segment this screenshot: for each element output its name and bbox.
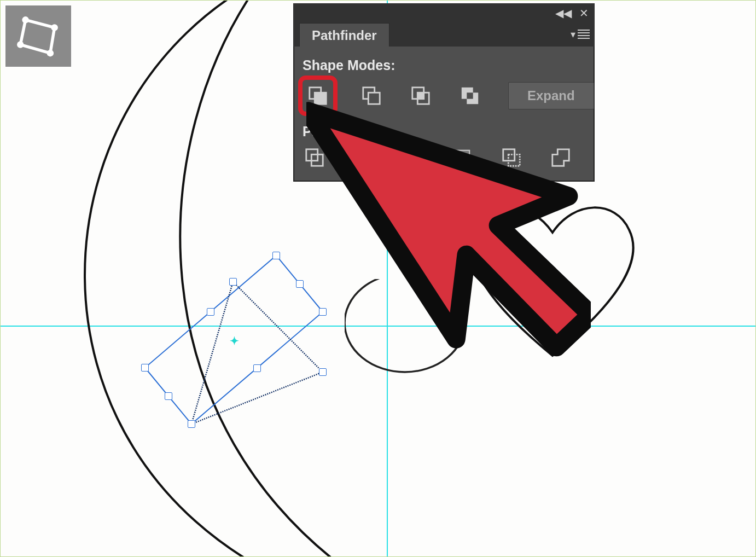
svg-rect-17: [467, 92, 473, 98]
svg-point-5: [51, 24, 57, 31]
pathfinder-crop[interactable]: [450, 146, 474, 169]
exclude-icon: [459, 85, 481, 106]
expand-button-label: Expand: [527, 88, 575, 103]
minus-back-icon: [550, 147, 572, 168]
pathfinder-outline[interactable]: [499, 146, 524, 169]
crop-icon: [451, 147, 473, 168]
pathfinder-merge[interactable]: [401, 146, 425, 169]
svg-marker-3: [20, 20, 54, 53]
svg-point-7: [17, 41, 24, 48]
shape-mode-intersect[interactable]: [410, 84, 432, 107]
svg-marker-1: [145, 256, 323, 424]
svg-rect-25: [458, 153, 466, 161]
shape-mode-minus-front[interactable]: [360, 84, 382, 107]
label-pathfinders: Pathfinders:: [303, 124, 585, 140]
pathfinder-trim[interactable]: [352, 146, 376, 169]
unite-icon: [307, 85, 329, 106]
divide-icon: [304, 147, 325, 168]
svg-marker-2: [191, 282, 323, 424]
artwork-ellipse: [345, 279, 487, 391]
artwork-selected-triangle[interactable]: ✦: [137, 249, 334, 435]
svg-rect-14: [417, 92, 423, 98]
svg-rect-9: [315, 92, 326, 104]
pathfinder-panel[interactable]: ◀◀ ✕ Pathfinder ▾ Shape Modes:: [293, 3, 595, 182]
shape-mode-unite[interactable]: [298, 76, 338, 116]
svg-rect-11: [368, 92, 380, 104]
svg-point-4: [22, 16, 28, 23]
selection-center-icon: ✦: [230, 334, 239, 347]
triangle-down-icon: ▾: [571, 28, 575, 40]
artwork-heart: [460, 181, 656, 369]
tab-pathfinder[interactable]: Pathfinder: [299, 23, 389, 47]
merge-icon: [402, 147, 424, 168]
trim-icon: [353, 147, 375, 168]
pathfinder-divide[interactable]: [303, 146, 327, 169]
tool-icon-polygon: [5, 5, 71, 67]
shape-mode-exclude[interactable]: [459, 84, 481, 107]
svg-point-6: [47, 50, 54, 56]
intersect-icon: [410, 85, 432, 106]
tab-label: Pathfinder: [312, 28, 377, 43]
guide-horizontal: [0, 326, 756, 327]
expand-button[interactable]: Expand: [508, 82, 594, 109]
outline-icon: [501, 147, 522, 168]
close-icon[interactable]: ✕: [579, 8, 589, 19]
panel-titlebar[interactable]: ◀◀ ✕: [294, 4, 594, 22]
collapse-icon[interactable]: ◀◀: [555, 8, 572, 19]
svg-rect-21: [360, 154, 372, 166]
panel-flyout-menu[interactable]: ▾: [571, 28, 590, 40]
label-shape-modes: Shape Modes:: [303, 57, 585, 73]
svg-point-0: [345, 279, 465, 372]
pathfinder-minus-back[interactable]: [549, 146, 573, 169]
minus-front-icon: [360, 85, 382, 106]
svg-rect-23: [410, 154, 421, 166]
menu-lines-icon: [578, 28, 590, 40]
